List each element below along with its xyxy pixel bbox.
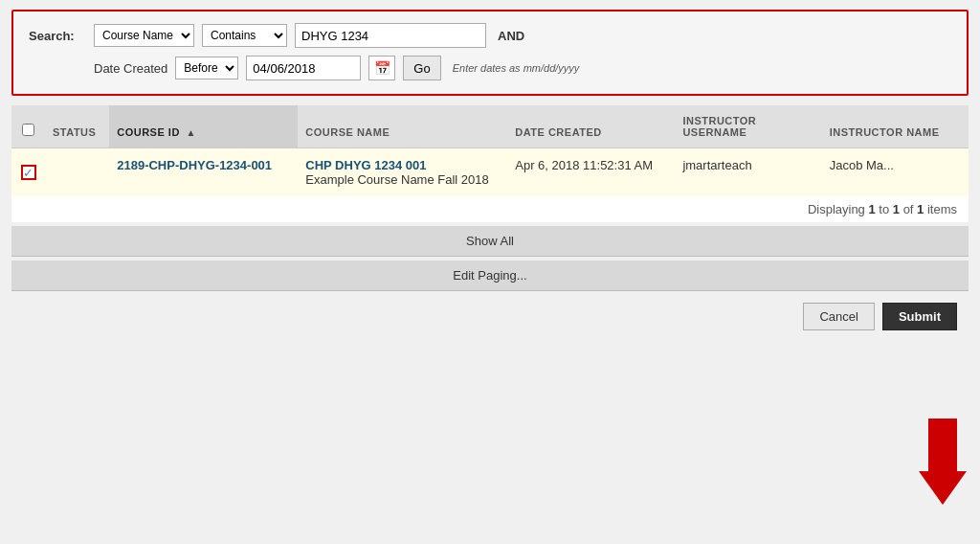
row-courseid: 2189-CHP-DHYG-1234-001 xyxy=(109,148,298,197)
row-checkbox-cell[interactable]: ✓ xyxy=(11,148,45,197)
col-header-coursename[interactable]: COURSE NAME xyxy=(298,105,507,148)
row-checkbox[interactable]: ✓ xyxy=(21,165,36,180)
table-body: ✓ 2189-CHP-DHYG-1234-001 CHP DHYG 1234 0… xyxy=(11,148,969,197)
calendar-button[interactable]: 📅 xyxy=(368,56,395,80)
search-row-1: Search: Course Name Course ID Date Creat… xyxy=(29,23,951,48)
sort-asc-icon: ▲ xyxy=(186,127,195,138)
col-header-status: STATUS xyxy=(45,105,109,148)
and-label: AND xyxy=(498,29,524,43)
show-all-bar[interactable]: Show All xyxy=(11,226,969,257)
checkmark-icon: ✓ xyxy=(23,167,33,179)
calendar-icon: 📅 xyxy=(374,60,390,76)
page-to: 1 xyxy=(893,202,900,216)
table-row: ✓ 2189-CHP-DHYG-1234-001 CHP DHYG 1234 0… xyxy=(11,148,969,197)
footer: Cancel Submit xyxy=(11,295,969,338)
svg-marker-0 xyxy=(919,419,967,505)
results-table: STATUS COURSE ID ▲ COURSE NAME DATE CREA… xyxy=(11,105,969,196)
select-all-checkbox[interactable] xyxy=(22,124,34,136)
col-header-username[interactable]: INSTRUCTOR USERNAME xyxy=(675,105,821,148)
search-condition-select[interactable]: Contains Equals Starts With xyxy=(202,24,287,47)
red-down-arrow-icon xyxy=(919,419,967,505)
go-button[interactable]: Go xyxy=(403,56,440,80)
search-field-type-select[interactable]: Course Name Course ID Date Created xyxy=(94,24,194,47)
row-coursename: CHP DHYG 1234 001 Example Course Name Fa… xyxy=(298,148,507,197)
row-status xyxy=(45,148,109,197)
search-label: Search: xyxy=(29,29,86,43)
col-header-instname[interactable]: INSTRUCTOR NAME xyxy=(822,105,969,148)
row-instname: Jacob Ma... xyxy=(822,148,969,197)
row-username: jmartarteach xyxy=(675,148,821,197)
arrow-overlay xyxy=(919,419,967,508)
date-created-label: Date Created xyxy=(94,61,167,76)
pagination-info: Displaying 1 to 1 of 1 items xyxy=(11,196,969,222)
submit-button[interactable]: Submit xyxy=(882,303,957,330)
search-row-2: Date Created Before After On 📅 Go Enter … xyxy=(29,56,951,80)
results-table-container: STATUS COURSE ID ▲ COURSE NAME DATE CREA… xyxy=(11,105,969,196)
cancel-button[interactable]: Cancel xyxy=(803,303,874,330)
date-condition-select[interactable]: Before After On xyxy=(175,57,238,79)
search-panel: Search: Course Name Course ID Date Creat… xyxy=(11,10,969,96)
col-header-courseid[interactable]: COURSE ID ▲ xyxy=(109,105,298,148)
date-hint: Enter dates as mm/dd/yyyy xyxy=(453,62,580,74)
edit-paging-bar[interactable]: Edit Paging... xyxy=(11,261,969,291)
table-header: STATUS COURSE ID ▲ COURSE NAME DATE CREA… xyxy=(11,105,969,148)
date-input[interactable] xyxy=(246,56,361,80)
col-header-datecreated[interactable]: DATE CREATED xyxy=(507,105,675,148)
search-value-input[interactable] xyxy=(295,23,486,48)
page-from: 1 xyxy=(868,202,875,216)
row-datecreated: Apr 6, 2018 11:52:31 AM xyxy=(507,148,675,197)
col-header-check xyxy=(11,105,45,148)
